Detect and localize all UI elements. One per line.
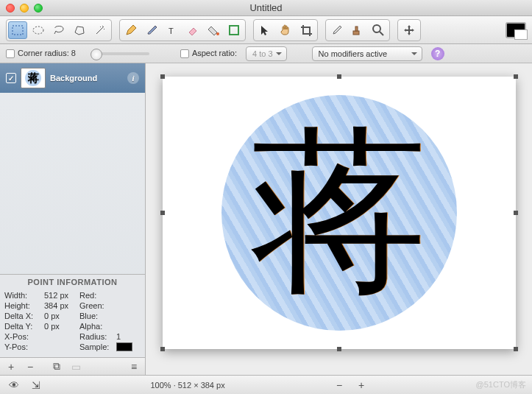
status-bar: 👁 ⇲ 100% · 512 × 384 px − + @51CTO博客: [0, 375, 532, 394]
text-tool[interactable]: T: [163, 21, 182, 39]
deltax-value: 0 px: [44, 312, 79, 320]
hand-tool[interactable]: [276, 21, 295, 39]
shape-tool[interactable]: [224, 21, 244, 39]
polygon-select-tool[interactable]: [70, 21, 89, 39]
xpos-label: X-Pos:: [4, 332, 44, 341]
svg-text:T: T: [169, 27, 174, 35]
height-label: Height:: [4, 301, 44, 310]
blue-label: Blue:: [79, 312, 116, 320]
resize-handle-b[interactable]: [337, 347, 341, 351]
ellipse-select-tool[interactable]: [29, 21, 48, 39]
canvas[interactable]: 蒋: [163, 77, 516, 349]
point-information-panel: POINT INFORMATION Width:512 pxRed: Heigh…: [0, 274, 145, 357]
zoom-button[interactable]: [34, 4, 43, 13]
close-button[interactable]: [6, 4, 15, 13]
red-value: [116, 291, 146, 300]
options-bar: Corner radius: 8 Aspect ratio: 4 to 3 No…: [0, 44, 532, 63]
svg-rect-5: [353, 31, 359, 35]
width-label: Width:: [4, 291, 44, 300]
resize-handle-t[interactable]: [337, 74, 341, 79]
add-layer-button[interactable]: +: [3, 360, 19, 373]
layer-name: Background: [50, 74, 97, 82]
width-value: 512 px: [44, 291, 79, 300]
deltax-label: Delta X:: [4, 312, 44, 320]
zoom-in-button[interactable]: +: [353, 379, 369, 392]
aspect-ratio-select[interactable]: 4 to 3: [246, 46, 287, 61]
arrange-icon[interactable]: ⇲: [28, 379, 44, 392]
duplicate-layer-button[interactable]: ⧉: [49, 360, 65, 373]
svg-rect-0: [13, 26, 23, 35]
canvas-glyph: 蒋: [251, 124, 428, 301]
sidebar-toolbar: + − ⧉ ▭ ≡: [0, 357, 145, 375]
aspect-ratio-option[interactable]: Aspect ratio:: [180, 49, 237, 58]
canvas-dimensions: 100% · 512 × 384 px: [150, 381, 224, 390]
color-well[interactable]: [506, 22, 526, 38]
deltay-value: 0 px: [44, 322, 79, 331]
mask-layer-button[interactable]: ▭: [68, 360, 84, 373]
sample-value: [116, 342, 146, 353]
watermark: @51CTO博客: [476, 379, 526, 390]
resize-handle-tl[interactable]: [160, 74, 165, 79]
ypos-value: [44, 342, 79, 353]
fill-tool[interactable]: [204, 21, 223, 39]
help-button[interactable]: ?: [431, 47, 444, 60]
alpha-label: Alpha:: [79, 322, 116, 331]
visibility-icon[interactable]: 👁: [6, 379, 22, 392]
svg-rect-6: [355, 27, 358, 31]
resize-handle-r[interactable]: [514, 211, 518, 215]
move-tools-group: [397, 19, 421, 41]
nav-tools-group: [253, 19, 318, 41]
corner-radius-slider[interactable]: [91, 52, 149, 55]
selection-tools-group: [6, 19, 112, 41]
sample-swatch: [116, 342, 132, 351]
move-tool[interactable]: [400, 21, 419, 39]
resize-handle-tr[interactable]: [514, 74, 518, 79]
corner-radius-option[interactable]: Corner radius: 8: [6, 49, 76, 58]
blue-value: [116, 312, 146, 320]
layer-visibility-toggle[interactable]: ✓: [6, 73, 16, 83]
brush-tool[interactable]: [142, 21, 161, 39]
layers-sidebar: ✓ 蒋 Background i POINT INFORMATION Width…: [0, 63, 146, 375]
aspect-ratio-label: Aspect ratio:: [192, 49, 237, 57]
eyedropper-tool[interactable]: [327, 21, 347, 39]
clone-tool[interactable]: [348, 21, 367, 39]
layer-row-background[interactable]: ✓ 蒋 Background i: [0, 63, 145, 93]
titlebar: Untitled: [0, 0, 532, 16]
sample-tools-group: [325, 19, 390, 41]
point-info-title: POINT INFORMATION: [0, 275, 145, 289]
red-label: Red:: [79, 291, 116, 300]
circle-graphic: 蒋: [221, 95, 457, 331]
svg-point-3: [216, 32, 219, 35]
alpha-value: [116, 322, 146, 331]
svg-rect-4: [230, 26, 238, 35]
resize-handle-l[interactable]: [160, 211, 165, 215]
modifiers-select[interactable]: No modifiers active: [312, 46, 422, 61]
window-controls: [6, 4, 43, 13]
deltay-label: Delta Y:: [4, 322, 44, 331]
layer-thumbnail: 蒋: [21, 68, 46, 88]
ypos-label: Y-Pos:: [4, 342, 44, 353]
corner-radius-value: 8: [71, 49, 76, 57]
resize-handle-br[interactable]: [514, 347, 518, 351]
green-value: [116, 301, 146, 310]
radius-label: Radius:: [79, 332, 116, 341]
canvas-scroll[interactable]: 蒋: [146, 63, 532, 375]
minimize-button[interactable]: [20, 4, 29, 13]
xpos-value: [44, 332, 79, 341]
pointer-tool[interactable]: [255, 21, 274, 39]
rect-select-tool[interactable]: [8, 21, 27, 39]
height-value: 384 px: [44, 301, 79, 310]
eraser-tool[interactable]: [183, 21, 202, 39]
corner-radius-label: Corner radius:: [18, 49, 69, 57]
wand-tool[interactable]: [91, 21, 110, 39]
zoom-out-button[interactable]: −: [331, 379, 347, 392]
resize-handle-bl[interactable]: [160, 347, 165, 351]
paint-tools-group: T: [119, 19, 246, 41]
crop-tool[interactable]: [297, 21, 316, 39]
pencil-tool[interactable]: [121, 21, 141, 39]
zoom-tool[interactable]: [369, 21, 388, 39]
panel-menu-button[interactable]: ≡: [126, 360, 142, 373]
remove-layer-button[interactable]: −: [22, 360, 38, 373]
layer-info-button[interactable]: i: [127, 72, 139, 84]
lasso-tool[interactable]: [49, 21, 68, 39]
